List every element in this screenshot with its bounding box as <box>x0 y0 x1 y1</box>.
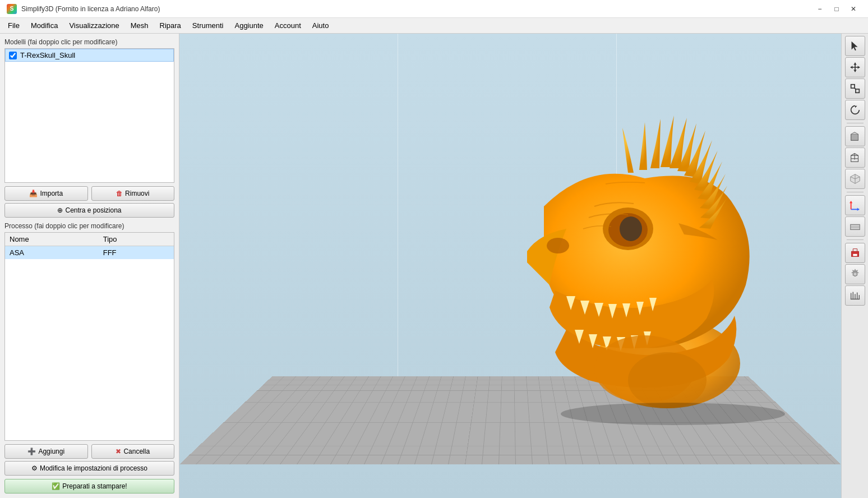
minimize-button[interactable]: − <box>812 3 828 15</box>
svg-rect-18 <box>853 254 857 256</box>
cancel-icon: ✖ <box>116 448 121 455</box>
toolbar-separator-3 <box>847 239 864 240</box>
remove-button[interactable]: 🗑 Rimuovi <box>91 186 175 201</box>
svg-point-6 <box>628 352 707 408</box>
title-bar: S Simplify3D (Fornito in licenza a Adria… <box>0 0 868 18</box>
models-header: Modelli (fai doppio clic per modificare) <box>4 38 174 46</box>
model-name: T-RexSkull_Skull <box>20 51 75 59</box>
remove-icon: 🗑 <box>116 190 123 197</box>
menu-aiuto[interactable]: Aiuto <box>307 19 335 32</box>
process-nome: ASA <box>5 246 99 260</box>
col-nome: Nome <box>5 233 99 246</box>
svg-rect-11 <box>851 134 858 140</box>
menu-ripara[interactable]: Ripara <box>154 19 187 32</box>
process-header: Processo (fai doppio clic per modificare… <box>4 222 174 230</box>
maximize-button[interactable]: □ <box>829 3 844 15</box>
rotate-tool-button[interactable] <box>845 100 865 120</box>
add-icon: ➕ <box>27 448 36 455</box>
wireframe-view-button[interactable] <box>845 147 865 168</box>
cancel-label: Cancella <box>123 448 150 455</box>
col-tipo: Tipo <box>99 233 174 246</box>
process-section: Processo (fai doppio clic per modificare… <box>4 222 174 494</box>
isometric-button[interactable] <box>845 169 865 189</box>
process-buttons: ➕ Aggiungi ✖ Cancella <box>4 444 174 459</box>
import-button[interactable]: 📥 Importa <box>4 186 88 201</box>
models-buttons: 📥 Importa 🗑 Rimuovi <box>4 186 174 201</box>
menu-account[interactable]: Account <box>269 19 307 32</box>
window-controls: − □ ✕ <box>812 3 861 15</box>
main-layout: Modelli (fai doppio clic per modificare)… <box>0 34 868 498</box>
print-button[interactable]: ✅ Preparati a stampare! <box>4 479 174 494</box>
trex-model <box>432 94 824 431</box>
solid-view-button[interactable] <box>845 126 865 146</box>
app-icon: S <box>7 4 17 14</box>
model-checkbox[interactable] <box>9 52 17 59</box>
print-icon: ✅ <box>52 482 60 490</box>
menu-mesh[interactable]: Mesh <box>125 19 154 32</box>
axis-button[interactable] <box>845 195 865 215</box>
gear-button[interactable] <box>845 264 865 284</box>
svg-point-7 <box>561 403 785 425</box>
remove-label: Rimuovi <box>125 190 149 197</box>
model-item[interactable]: T-RexSkull_Skull <box>5 49 174 62</box>
add-label: Aggiungi <box>38 448 64 455</box>
svg-rect-9 <box>855 89 858 93</box>
select-tool-button[interactable] <box>845 36 865 56</box>
process-row[interactable]: ASA FFF <box>5 246 174 260</box>
menu-bar: File Modifica Visualizzazione Mesh Ripar… <box>0 18 868 34</box>
center-button[interactable]: ⊕ Centra e posiziona <box>4 203 174 218</box>
settings-label: Modifica le impostazioni di processo <box>40 464 147 472</box>
svg-line-10 <box>855 88 856 89</box>
cancel-process-button[interactable]: ✖ Cancella <box>91 444 175 459</box>
scale-tool-button[interactable] <box>845 79 865 99</box>
menu-visualizzazione[interactable]: Visualizzazione <box>63 19 124 32</box>
guide-line-left <box>398 34 398 431</box>
print-object-button[interactable] <box>845 243 865 263</box>
import-icon: 📥 <box>29 190 38 197</box>
import-label: Importa <box>40 190 63 197</box>
menu-modifica[interactable]: Modifica <box>25 19 63 32</box>
svg-point-4 <box>547 238 569 253</box>
trex-skull-svg <box>432 94 824 431</box>
center-icon: ⊕ <box>57 206 63 214</box>
toolbar-separator-2 <box>847 192 864 192</box>
settings-icon: ⚙ <box>31 464 38 472</box>
process-settings-button[interactable]: ⚙ Modifica le impostazioni di processo <box>4 461 174 476</box>
layers-button[interactable] <box>845 285 865 306</box>
menu-aggiunte[interactable]: Aggiunte <box>229 19 269 32</box>
close-button[interactable]: ✕ <box>846 3 861 15</box>
center-label: Centra e posiziona <box>65 206 121 214</box>
left-panel: Modelli (fai doppio clic per modificare)… <box>0 34 179 498</box>
models-section: Modelli (fai doppio clic per modificare)… <box>4 38 174 218</box>
viewport[interactable] <box>179 34 841 498</box>
svg-rect-8 <box>851 85 854 88</box>
menu-file[interactable]: File <box>2 19 25 32</box>
models-list[interactable]: T-RexSkull_Skull <box>4 48 174 183</box>
process-tipo: FFF <box>99 246 174 260</box>
right-toolbar <box>841 34 868 498</box>
menu-strumenti[interactable]: Strumenti <box>187 19 229 32</box>
app-title: Simplify3D (Fornito in licenza a Adriano… <box>21 5 812 13</box>
toolbar-separator-1 <box>847 123 864 123</box>
add-process-button[interactable]: ➕ Aggiungi <box>4 444 88 459</box>
print-label: Preparati a stampare! <box>62 482 127 490</box>
process-table-container[interactable]: Nome Tipo ASA FFF <box>4 232 174 441</box>
svg-point-3 <box>620 216 642 241</box>
flat-view-button[interactable] <box>845 216 865 237</box>
process-table: Nome Tipo ASA FFF <box>5 233 174 259</box>
svg-point-19 <box>853 273 857 276</box>
move-tool-button[interactable] <box>845 57 865 77</box>
